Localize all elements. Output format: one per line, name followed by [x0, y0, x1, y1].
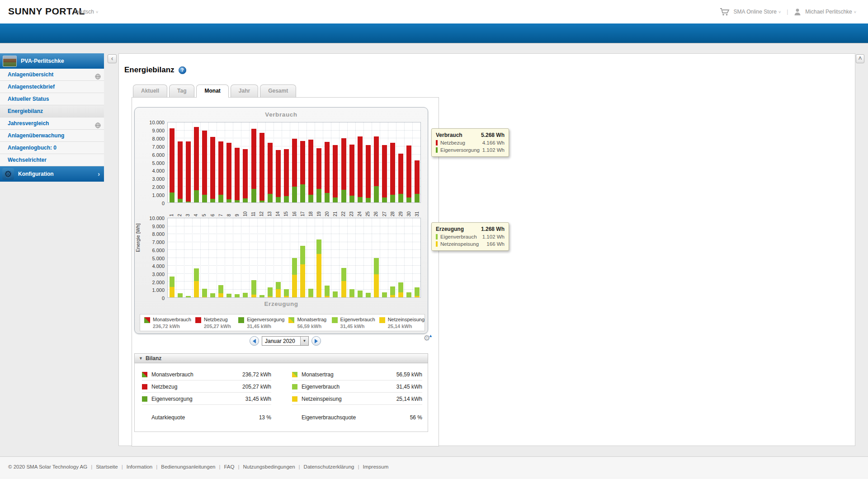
bar-day-22[interactable]	[341, 218, 346, 297]
bar-day-24[interactable]	[358, 218, 363, 297]
bar-day-28[interactable]	[390, 218, 395, 297]
sidebar-item-aktueller-status[interactable]: Aktueller Status	[0, 93, 104, 105]
bar-day-26[interactable]	[374, 218, 379, 297]
bar-day-5[interactable]	[202, 218, 207, 297]
bar-day-4[interactable]	[194, 122, 199, 202]
bar-day-8[interactable]	[226, 122, 231, 202]
footer-link-nutzungsbedingungen[interactable]: Nutzungsbedingungen	[243, 464, 295, 469]
tab-monat[interactable]: Monat	[196, 84, 228, 98]
bar-day-23[interactable]	[349, 122, 354, 202]
bar-day-19[interactable]	[316, 122, 321, 202]
bar-day-31[interactable]	[415, 122, 420, 202]
bar-day-10[interactable]	[243, 122, 248, 202]
sidebar-item-anlagen-berwachung[interactable]: Anlagenüberwachung	[0, 130, 104, 142]
bar-day-3[interactable]	[186, 122, 191, 202]
scroll-top-button[interactable]: ˄	[856, 54, 864, 63]
bar-day-10[interactable]	[243, 218, 248, 297]
bar-day-7[interactable]	[218, 218, 223, 297]
bar-day-28[interactable]	[390, 122, 395, 202]
tab-aktuell[interactable]: Aktuell	[133, 84, 167, 97]
x-tick-label: 20	[325, 205, 330, 216]
sidebar-item-energiebilanz[interactable]: Energiebilanz	[0, 105, 104, 117]
bar-day-20[interactable]	[325, 218, 330, 297]
bar-day-12[interactable]	[259, 218, 264, 297]
sidebar-plant-header[interactable]: PVA-Perlitschke	[0, 53, 104, 69]
bar-day-21[interactable]	[333, 218, 338, 297]
bar-day-1[interactable]	[170, 122, 175, 202]
bar-day-18[interactable]	[308, 218, 313, 297]
sidebar-item-konfiguration[interactable]: ⚙ Konfiguration ›	[0, 166, 104, 182]
chart-settings-gear-icon[interactable]: ⚙▲	[422, 334, 431, 343]
bar-day-11[interactable]	[251, 122, 256, 202]
tab-tag[interactable]: Tag	[169, 84, 194, 97]
bar-day-19[interactable]	[316, 218, 321, 297]
legend-text: Monatsertrag56,59 kWh	[297, 317, 326, 331]
bar-day-12[interactable]	[259, 122, 264, 202]
bar-day-30[interactable]	[406, 218, 411, 297]
help-icon[interactable]: ?	[179, 66, 186, 74]
bar-day-11[interactable]	[251, 218, 256, 297]
footer-link-faq[interactable]: FAQ	[224, 464, 234, 469]
bar-day-14[interactable]	[276, 218, 281, 297]
sidebar-item-wechselrichter[interactable]: Wechselrichter	[0, 154, 104, 166]
bar-day-6[interactable]	[210, 122, 215, 202]
bar-day-22[interactable]	[341, 122, 346, 202]
tab-jahr[interactable]: Jahr	[231, 84, 258, 97]
footer-link-bedienungsanleitungen[interactable]: Bedienungsanleitungen	[161, 464, 215, 469]
bar-day-15[interactable]	[284, 122, 289, 202]
bar-day-2[interactable]	[178, 218, 183, 297]
bar-day-27[interactable]	[382, 122, 387, 202]
bar-segment-eigenversorgung	[210, 199, 215, 202]
gridline-v	[372, 218, 372, 297]
bar-day-16[interactable]	[292, 122, 297, 202]
bar-day-6[interactable]	[210, 218, 215, 297]
sidebar-item-anlagensteckbrief[interactable]: Anlagensteckbrief	[0, 81, 104, 93]
month-select[interactable]: Januar 2020 ▼	[262, 336, 309, 346]
bar-day-29[interactable]	[398, 218, 403, 297]
sidebar-collapse-button[interactable]: ‹	[108, 54, 117, 63]
bar-day-16[interactable]	[292, 218, 297, 297]
bar-day-13[interactable]	[268, 218, 273, 297]
bar-day-5[interactable]	[202, 122, 207, 202]
footer-link-information[interactable]: Information	[127, 464, 153, 469]
sidebar-item-anlagen-bersicht[interactable]: Anlagenübersicht	[0, 69, 104, 81]
footer-link-impressum[interactable]: Impressum	[363, 464, 388, 469]
bar-day-1[interactable]	[170, 218, 175, 297]
bar-day-18[interactable]	[308, 122, 313, 202]
bar-day-2[interactable]	[178, 122, 183, 202]
bar-day-24[interactable]	[358, 122, 363, 202]
bar-day-17[interactable]	[300, 218, 305, 297]
bar-day-30[interactable]	[406, 122, 411, 202]
bar-day-29[interactable]	[398, 122, 403, 202]
bar-day-9[interactable]	[235, 122, 240, 202]
bar-day-21[interactable]	[333, 122, 338, 202]
bar-day-14[interactable]	[276, 122, 281, 202]
bar-day-7[interactable]	[218, 122, 223, 202]
tab-gesamt[interactable]: Gesamt	[260, 84, 296, 97]
bilanz-header[interactable]: ▼ Bilanz	[134, 353, 428, 363]
bar-day-15[interactable]	[284, 218, 289, 297]
sidebar-item-jahresvergleich[interactable]: Jahresvergleich	[0, 117, 104, 130]
bar-day-26[interactable]	[374, 122, 379, 202]
footer-link-datenschutzerkl-rung[interactable]: Datenschutzerklärung	[304, 464, 354, 469]
bar-day-8[interactable]	[226, 218, 231, 297]
bar-day-3[interactable]	[186, 218, 191, 297]
bar-day-20[interactable]	[325, 122, 330, 202]
footer-link-startseite[interactable]: Startseite	[96, 464, 118, 469]
next-month-button[interactable]	[311, 336, 321, 346]
prev-month-button[interactable]	[250, 336, 259, 346]
bar-day-31[interactable]	[415, 218, 420, 297]
bar-day-9[interactable]	[235, 218, 240, 297]
bar-segment-eigenverbrauch	[268, 287, 273, 296]
bar-day-27[interactable]	[382, 218, 387, 297]
bar-day-25[interactable]	[366, 218, 371, 297]
sidebar-item-anlagenlogbuch-0[interactable]: Anlagenlogbuch: 0	[0, 142, 104, 154]
bar-day-17[interactable]	[300, 122, 305, 202]
store-dropdown[interactable]: SMA Online Store˅	[734, 9, 781, 15]
bar-day-25[interactable]	[366, 122, 371, 202]
language-dropdown[interactable]: Deutsch˅	[74, 9, 98, 15]
user-dropdown[interactable]: Michael Perlitschke˅	[805, 9, 856, 15]
bar-day-13[interactable]	[268, 122, 273, 202]
bar-day-23[interactable]	[349, 218, 354, 297]
bar-day-4[interactable]	[194, 218, 199, 297]
